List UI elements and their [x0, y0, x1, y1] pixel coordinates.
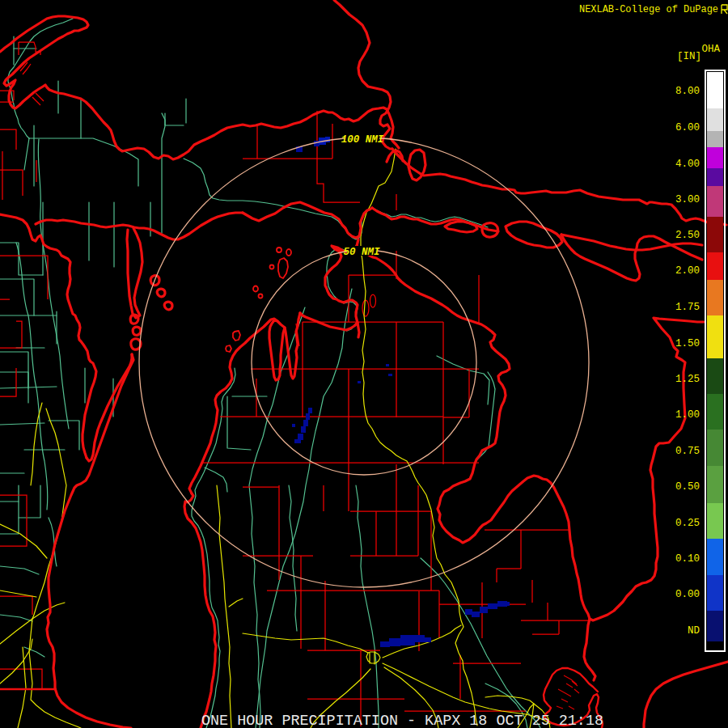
svg-text:0.75: 0.75: [675, 446, 700, 457]
svg-text:0.10: 0.10: [675, 553, 700, 565]
svg-text:0.50: 0.50: [675, 481, 700, 493]
svg-text:6.00: 6.00: [675, 122, 700, 133]
svg-text:ND: ND: [688, 625, 700, 637]
svg-text:3.00: 3.00: [675, 194, 700, 205]
svg-text:2.00: 2.00: [675, 265, 700, 277]
svg-text:0.00: 0.00: [675, 589, 700, 600]
svg-text:50 NMI: 50 NMI: [343, 247, 380, 258]
svg-text:4.00: 4.00: [675, 159, 700, 170]
svg-text:1.75: 1.75: [675, 302, 700, 313]
svg-text:2.50: 2.50: [675, 230, 700, 241]
svg-text:1.50: 1.50: [675, 338, 700, 349]
svg-text:1.00: 1.00: [675, 409, 700, 421]
svg-text:OHA: OHA: [701, 44, 720, 55]
svg-text:1.25: 1.25: [675, 374, 700, 385]
svg-text:0.25: 0.25: [675, 518, 700, 529]
svg-text:[IN]: [IN]: [677, 51, 701, 62]
svg-text:8.00: 8.00: [675, 86, 700, 97]
svg-text:ONE HOUR PRECIPITATION - KAPX: ONE HOUR PRECIPITATION - KAPX 18 OCT 25 …: [201, 713, 603, 728]
svg-text:100 NMI: 100 NMI: [341, 134, 384, 146]
svg-text:NEXLAB-College of DuPage: NEXLAB-College of DuPage: [579, 4, 718, 15]
